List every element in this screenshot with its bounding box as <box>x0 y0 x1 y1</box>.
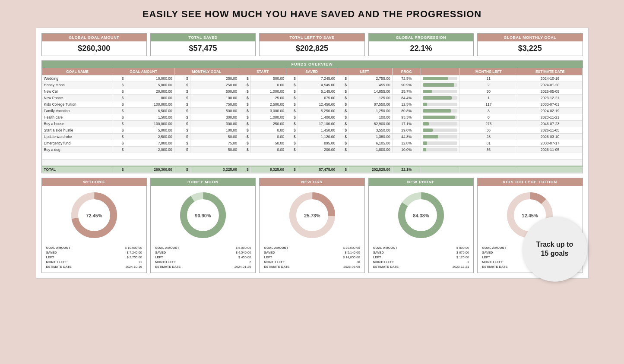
detail-value: 30 <box>321 260 361 264</box>
goal-details-1: GOAL AMOUNT $ 5,000.00 SAVED $ 4,545.00 … <box>154 245 252 269</box>
summary-card-value-1: $57,475 <box>151 41 255 56</box>
detail-value: $ 800.00 <box>431 245 470 250</box>
goal-card-0: WEDDING 72.45% GOAL AMOUNT $ 10,000.00 S… <box>41 178 147 273</box>
goal-card-title-4: KIDS COLLEGE TUITION <box>478 178 582 186</box>
cell-left-val: 1,250.00 <box>349 108 393 114</box>
detail-value: 1 <box>431 260 470 264</box>
cell-saved-val: 200.00 <box>298 147 337 153</box>
detail-value: 2023-12-21 <box>431 264 470 269</box>
cell-goal-dollar: $ <box>113 95 126 101</box>
cell-name: Update wardrobe <box>42 134 113 140</box>
th-estimate-date: ESTIMATE DATE <box>518 68 582 75</box>
detail-label: LEFT <box>372 255 431 260</box>
total-saved-dollar: $ <box>286 166 298 173</box>
detail-label: SAVED <box>154 250 213 255</box>
detail-label: SAVED <box>263 250 321 255</box>
cell-prog-bar <box>421 101 459 108</box>
cell-saved-val: 1,120.00 <box>298 134 337 140</box>
cell-monthly-dollar: $ <box>174 147 190 153</box>
cell-name: Buy a dog <box>42 147 113 153</box>
cell-monthly-val: 300.00 <box>190 114 239 121</box>
cell-prog: 29.0% <box>392 127 421 134</box>
th-monthly-goal: MONTHLY GOAL <box>174 68 239 75</box>
cell-left-dollar: $ <box>337 82 349 88</box>
cell-prog: 93.3% <box>392 114 421 121</box>
detail-value: $ 10,000.00 <box>103 245 143 250</box>
detail-label: ESTIMATE DATE <box>372 264 431 269</box>
cell-start-dollar: $ <box>239 147 251 153</box>
th-start: START <box>239 68 286 75</box>
main-container: GLOBAL GOAL AMOUNT $260,300 TOTAL SAVED … <box>36 28 589 279</box>
cell-date: 2026-11-05 <box>518 127 582 134</box>
cell-start-val: 1,000.00 <box>250 88 286 95</box>
cell-saved-dollar: $ <box>286 101 298 108</box>
cell-start-dollar: $ <box>239 108 251 114</box>
detail-value: $ 125.00 <box>431 255 470 260</box>
cell-name: Wedding <box>42 75 113 82</box>
cell-monthly-val: 500.00 <box>190 108 239 114</box>
cell-goal-dollar: $ <box>113 114 126 121</box>
detail-label: LEFT <box>45 255 103 260</box>
th-prog-bar <box>421 68 459 75</box>
page-title: EASILY SEE HOW MUCH YOU HAVE SAVED AND T… <box>143 9 481 20</box>
cell-goal-dollar: $ <box>113 101 126 108</box>
goal-card-title-2: NEW CAR <box>260 178 364 186</box>
total-start-val: 8,325.00 <box>250 166 286 173</box>
detail-label: GOAL AMOUNT <box>263 245 321 250</box>
detail-label: MONTH LEFT <box>263 260 321 264</box>
summary-card-header-2: TOTAL LEFT TO SAVE <box>260 34 364 41</box>
cell-monthly-dollar: $ <box>174 95 190 101</box>
cell-prog: 12.8% <box>392 140 421 147</box>
cell-saved-val: 675.00 <box>298 95 337 101</box>
cell-prog-bar <box>421 75 459 82</box>
detail-label: GOAL AMOUNT <box>154 245 213 250</box>
cell-left-dollar: $ <box>337 75 349 82</box>
cell-left-dollar: $ <box>337 127 349 134</box>
cell-monthly-dollar: $ <box>174 88 190 95</box>
cell-saved-dollar: $ <box>286 88 298 95</box>
cell-left-dollar: $ <box>337 147 349 153</box>
cell-date: 2026-05-09 <box>518 88 582 95</box>
cell-start-dollar: $ <box>239 88 251 95</box>
summary-card-header-1: TOTAL SAVED <box>151 34 255 41</box>
cell-left-val: 3,550.00 <box>349 127 393 134</box>
total-start-dollar: $ <box>239 166 251 173</box>
table-row: Emergency fund $ 7,000.00 $ 75.00 $ 50.0… <box>42 140 582 147</box>
cell-start-val: 2,500.00 <box>250 101 286 108</box>
total-monthly-val: 3,225.00 <box>190 166 239 173</box>
cell-date: 2023-11-21 <box>518 114 582 121</box>
cell-saved-dollar: $ <box>286 140 298 147</box>
cell-prog-bar <box>421 121 459 127</box>
cell-goal-dollar: $ <box>113 147 126 153</box>
cell-monthly-dollar: $ <box>174 75 190 82</box>
cell-start-dollar: $ <box>239 140 251 147</box>
cell-start-val: 0.00 <box>250 82 286 88</box>
cell-months: 2 <box>459 82 518 88</box>
detail-label: LEFT <box>263 255 321 260</box>
cell-months: 36 <box>459 127 518 134</box>
summary-card-value-4: $3,225 <box>478 41 582 56</box>
cell-saved-dollar: $ <box>286 147 298 153</box>
table-row: Kids College Tuition $ 100,000.00 $ 750.… <box>42 101 582 108</box>
cell-months: 0 <box>459 114 518 121</box>
cell-start-dollar: $ <box>239 127 251 134</box>
th-saved: SAVED <box>286 68 337 75</box>
table-row: New Phone $ 800.00 $ 100.00 $ 25.00 $ 67… <box>42 95 582 101</box>
total-monthly-dollar: $ <box>174 166 190 173</box>
cell-prog-bar <box>421 140 459 147</box>
detail-value: $ 455.00 <box>213 255 252 260</box>
cell-saved-dollar: $ <box>286 127 298 134</box>
cell-goal-val: 20,000.00 <box>126 88 174 95</box>
cell-prog: 44.8% <box>392 134 421 140</box>
cell-left-val: 87,550.00 <box>349 101 393 108</box>
summary-card-4: GLOBAL MONTHLY GOAL $3,225 <box>477 33 583 56</box>
cell-goal-dollar: $ <box>113 82 126 88</box>
summary-card-1: TOTAL SAVED $57,475 <box>150 33 256 56</box>
cell-goal-dollar: $ <box>113 121 126 127</box>
cell-left-val: 82,900.00 <box>349 121 393 127</box>
detail-value: 2 <box>213 260 252 264</box>
track-badge-text: Track up to15 goals <box>536 240 573 258</box>
donut-container-0: 72.45% <box>45 189 143 241</box>
detail-value: $ 5,145.00 <box>321 250 361 255</box>
cell-prog: 17.1% <box>392 121 421 127</box>
